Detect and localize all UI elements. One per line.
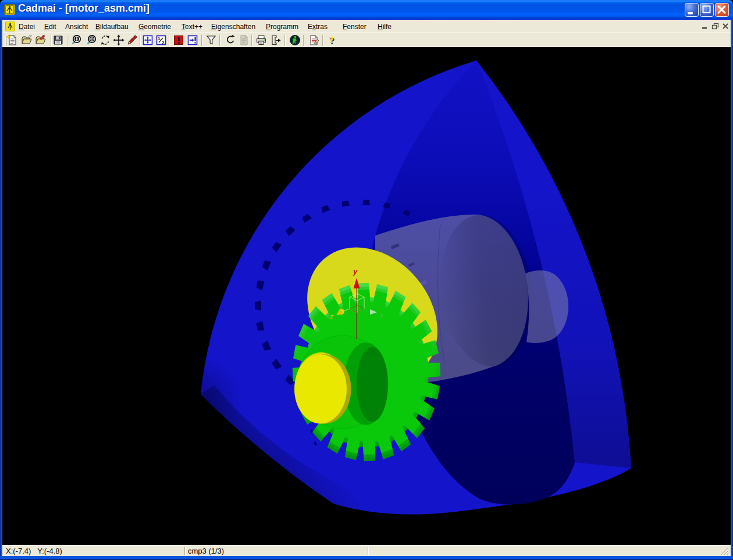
svg-text:x: x (379, 312, 383, 319)
svg-text:y: y (353, 267, 358, 276)
svg-text:?: ? (329, 34, 335, 45)
svg-text:z: z (329, 313, 333, 321)
svg-text:2: 2 (162, 40, 165, 45)
